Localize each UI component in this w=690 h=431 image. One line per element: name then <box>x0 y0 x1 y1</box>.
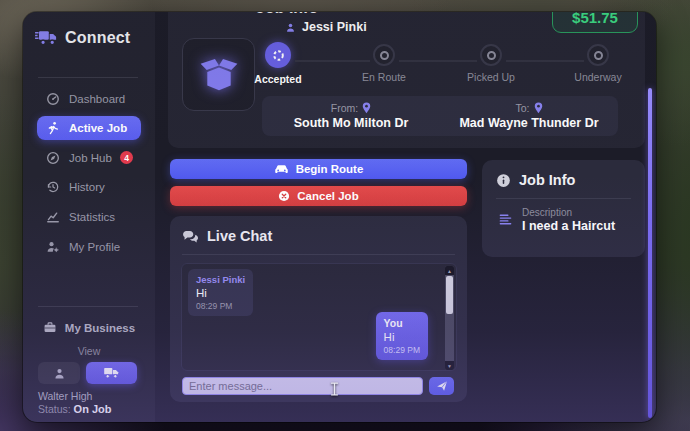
view-toggle-truck-button[interactable] <box>86 362 137 384</box>
step-underway: Underway <box>558 44 638 83</box>
sidebar-item-my-business[interactable]: My Business <box>23 317 155 339</box>
scrollbar-thumb[interactable] <box>446 276 453 314</box>
chat-message-input[interactable] <box>182 377 423 395</box>
job-hub-badge: 4 <box>120 151 133 164</box>
panel-divider <box>182 254 455 255</box>
job-price-badge: $51.75 <box>552 12 638 33</box>
begin-route-label: Begin Route <box>296 163 364 175</box>
route-from: From: South Mo Milton Dr <box>262 96 440 136</box>
package-box-icon <box>196 52 242 98</box>
step-label: Accepted <box>238 73 318 85</box>
scroll-down-icon[interactable]: ▼ <box>445 361 454 370</box>
chat-messages-area[interactable]: Jessi Pinki Hi 08:29 PM You Hi 08:29 PM … <box>181 263 457 371</box>
message-sender: You <box>384 317 420 329</box>
job-details-title-row: Job Info <box>496 172 575 188</box>
job-info-card: Job Info $51.75 Jessi Pinki <box>168 12 645 148</box>
sidebar-item-dashboard[interactable]: Dashboard <box>37 87 141 111</box>
scroll-up-icon[interactable]: ▲ <box>445 266 454 275</box>
chat-bubbles-icon <box>182 230 199 243</box>
map-pin-icon <box>362 102 371 114</box>
job-card-title: Job Info <box>256 12 318 17</box>
info-icon <box>496 173 511 188</box>
live-chat-title-row: Live Chat <box>182 228 272 244</box>
message-time: 08:29 PM <box>196 301 245 311</box>
sidebar: Connect Dashboard Active Job <box>23 12 155 422</box>
message-sender: Jessi Pinki <box>196 274 245 285</box>
description-label: Description <box>522 207 572 218</box>
gauge-icon <box>46 92 60 106</box>
step-connector <box>506 60 584 62</box>
sidebar-item-label: History <box>69 181 105 193</box>
chat-scrollbar[interactable]: ▲ ▼ <box>445 266 454 370</box>
main-content: Job Info $51.75 Jessi Pinki <box>155 12 656 422</box>
sidebar-item-label: Dashboard <box>69 93 125 105</box>
step-circle <box>373 44 395 66</box>
status-label: Status: <box>38 403 71 415</box>
sidebar-item-label: Active Job <box>69 122 127 134</box>
x-circle-icon <box>278 190 290 202</box>
step-circle <box>587 44 609 66</box>
chat-message: You Hi 08:29 PM <box>376 312 428 360</box>
customer-row: Jessi Pinki <box>285 20 367 34</box>
route-panel: From: South Mo Milton Dr To: <box>262 96 618 136</box>
from-label: From: <box>331 102 358 114</box>
user-status: Status: On Job <box>38 403 112 415</box>
history-icon <box>46 180 60 194</box>
user-gear-icon <box>46 240 60 254</box>
list-icon <box>498 212 513 227</box>
send-message-button[interactable] <box>429 377 454 395</box>
step-picked-up: Picked Up <box>451 44 531 83</box>
person-icon <box>285 22 296 33</box>
sidebar-item-label: Statistics <box>69 211 115 223</box>
step-circle <box>480 44 502 66</box>
chart-icon <box>46 210 60 224</box>
step-circle <box>265 42 291 68</box>
job-details-panel: Job Info Description I need a Haircut <box>482 160 645 257</box>
car-icon <box>274 163 289 175</box>
message-text: Hi <box>196 287 245 299</box>
to-address: Mad Wayne Thunder Dr <box>459 116 598 130</box>
step-connector <box>295 60 370 62</box>
step-accepted: Accepted <box>238 42 318 85</box>
sidebar-item-history[interactable]: History <box>37 175 141 199</box>
job-details-title: Job Info <box>519 172 575 188</box>
sidebar-divider <box>38 306 138 307</box>
chat-message: Jessi Pinki Hi 08:29 PM <box>188 269 253 316</box>
person-icon <box>53 367 66 380</box>
spinner-icon <box>271 48 286 63</box>
description-value: I need a Haircut <box>522 219 615 233</box>
compass-icon <box>46 151 60 165</box>
step-en-route: En Route <box>344 44 424 83</box>
sidebar-item-my-profile[interactable]: My Profile <box>37 235 141 259</box>
step-connector <box>399 60 477 62</box>
map-pin-icon <box>534 102 543 114</box>
message-text: Hi <box>384 331 420 343</box>
app-title: Connect <box>65 29 130 47</box>
begin-route-button[interactable]: Begin Route <box>170 159 467 179</box>
status-value: On Job <box>74 403 112 415</box>
runner-icon <box>46 121 60 135</box>
live-chat-card: Live Chat Jessi Pinki Hi 08:29 PM You Hi… <box>170 216 467 402</box>
briefcase-icon <box>43 321 57 335</box>
view-toggle-person-button[interactable] <box>38 362 80 384</box>
sidebar-item-active-job[interactable]: Active Job <box>37 116 141 140</box>
sidebar-divider <box>38 77 138 78</box>
from-address: South Mo Milton Dr <box>294 116 409 130</box>
app-logo: Connect <box>35 29 130 47</box>
window-scrollbar[interactable] <box>648 88 652 418</box>
paper-plane-icon <box>436 380 448 392</box>
my-business-label: My Business <box>65 322 135 334</box>
connect-app-window: Connect Dashboard Active Job <box>23 12 656 422</box>
user-name: Walter High <box>38 390 92 402</box>
cancel-job-label: Cancel Job <box>297 190 358 202</box>
step-label: En Route <box>344 71 424 83</box>
sidebar-item-label: Job Hub <box>69 152 112 164</box>
message-time: 08:29 PM <box>384 345 420 355</box>
cancel-job-button[interactable]: Cancel Job <box>170 186 467 206</box>
route-to: To: Mad Wayne Thunder Dr <box>440 96 618 136</box>
view-label: View <box>23 345 155 357</box>
sidebar-item-label: My Profile <box>69 241 120 253</box>
sidebar-item-job-hub[interactable]: Job Hub 4 <box>37 146 141 170</box>
sidebar-item-statistics[interactable]: Statistics <box>37 205 141 229</box>
step-label: Underway <box>558 71 638 83</box>
